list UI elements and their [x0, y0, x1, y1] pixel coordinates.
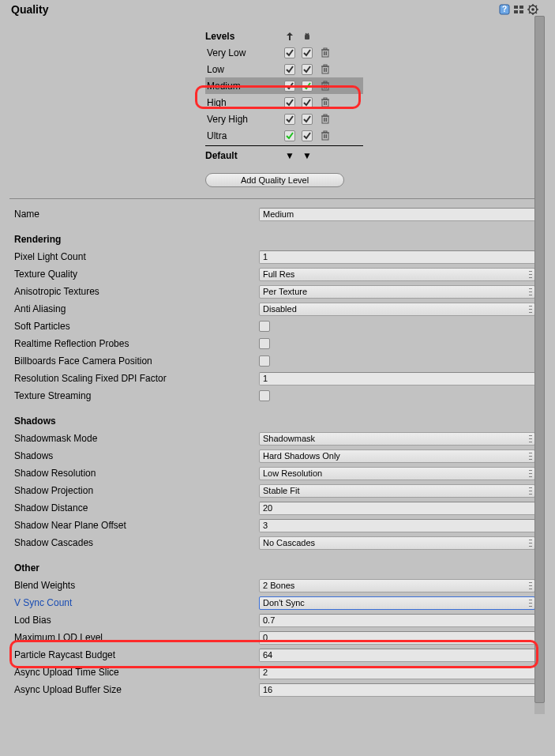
- shadow-projection-label: Shadow Projection: [14, 485, 259, 496]
- name-input[interactable]: Medium: [259, 208, 535, 221]
- levels-divider: [205, 145, 363, 146]
- svg-rect-27: [324, 65, 327, 66]
- texture-quality-dropdown[interactable]: Full Res: [259, 268, 535, 281]
- shadow-distance-input[interactable]: 20: [259, 502, 535, 515]
- raycast-budget-label: Particle Raycast Budget: [14, 649, 259, 660]
- delete-level-icon[interactable]: [319, 63, 332, 76]
- max-lod-input[interactable]: 0: [259, 631, 535, 645]
- name-label: Name: [14, 209, 259, 220]
- platform-android-checkbox[interactable]: [302, 64, 313, 75]
- res-scaling-label: Resolution Scaling Fixed DPI Factor: [14, 373, 259, 384]
- svg-line-15: [535, 6, 537, 7]
- anisotropic-label: Anisotropic Textures: [14, 286, 259, 297]
- soft-particles-checkbox[interactable]: [259, 321, 270, 332]
- shadows-dropdown[interactable]: Hard Shadows Only: [259, 449, 535, 463]
- max-lod-label: Maximum LOD Level: [14, 632, 259, 643]
- gear-icon[interactable]: [527, 4, 538, 15]
- shadow-projection-dropdown[interactable]: Stable Fit: [259, 484, 535, 498]
- shadow-cascades-label: Shadow Cascades: [14, 537, 259, 548]
- panel-header: Quality ?: [0, 0, 545, 21]
- tex-streaming-checkbox[interactable]: [259, 390, 270, 401]
- texture-quality-label: Texture Quality: [14, 269, 259, 280]
- lod-bias-input[interactable]: 0.7: [259, 614, 535, 627]
- upload-time-input[interactable]: 2: [259, 666, 535, 679]
- platform-android-checkbox[interactable]: [302, 130, 313, 141]
- svg-rect-51: [324, 131, 327, 133]
- default-dropdown-android[interactable]: ▼: [302, 150, 313, 161]
- quality-level-row[interactable]: Low: [205, 61, 363, 77]
- svg-rect-21: [324, 48, 327, 50]
- upload-buf-label: Async Upload Buffer Size: [14, 684, 259, 695]
- tex-streaming-label: Texture Streaming: [14, 390, 259, 401]
- delete-level-icon[interactable]: [319, 130, 332, 142]
- quality-level-name: Low: [205, 64, 284, 75]
- upload-time-label: Async Upload Time Slice: [14, 667, 259, 678]
- quality-level-row[interactable]: High: [205, 94, 363, 111]
- platform-standalone-checkbox[interactable]: [284, 97, 295, 108]
- add-quality-level-button[interactable]: Add Quality Level: [205, 173, 344, 187]
- quality-level-row[interactable]: Medium: [205, 77, 363, 94]
- vsync-dropdown[interactable]: Don't Sync: [259, 596, 535, 610]
- delete-level-icon[interactable]: [319, 47, 332, 59]
- delete-level-icon[interactable]: [319, 96, 332, 109]
- shadow-near-plane-label: Shadow Near Plane Offset: [14, 520, 259, 531]
- svg-line-12: [529, 6, 531, 7]
- platform-android-icon: [302, 32, 313, 41]
- svg-rect-39: [324, 98, 327, 100]
- platform-standalone-checkbox[interactable]: [284, 81, 295, 92]
- anti-aliasing-dropdown[interactable]: Disabled: [259, 303, 535, 316]
- default-dropdown-standalone[interactable]: ▼: [284, 150, 295, 161]
- svg-rect-16: [305, 35, 309, 39]
- levels-header-label: Levels: [205, 31, 284, 42]
- shadowmask-dropdown[interactable]: Shadowmask: [259, 432, 535, 446]
- delete-level-icon[interactable]: [319, 80, 332, 92]
- res-scaling-input[interactable]: 1: [259, 372, 535, 386]
- platform-android-checkbox[interactable]: [302, 47, 313, 58]
- help-icon[interactable]: ?: [499, 4, 510, 15]
- raycast-budget-input[interactable]: 64: [259, 649, 535, 662]
- blend-weights-dropdown[interactable]: 2 Bones: [259, 579, 535, 592]
- presets-icon[interactable]: [513, 4, 524, 15]
- svg-rect-33: [324, 81, 327, 83]
- page-title: Quality: [11, 3, 499, 16]
- shadow-resolution-label: Shadow Resolution: [14, 468, 259, 479]
- reflection-probes-label: Realtime Reflection Probes: [14, 338, 259, 349]
- billboards-checkbox[interactable]: [259, 355, 270, 367]
- quality-level-row[interactable]: Very Low: [205, 44, 363, 61]
- soft-particles-label: Soft Particles: [14, 321, 259, 332]
- platform-android-checkbox[interactable]: [302, 114, 313, 125]
- platform-android-checkbox[interactable]: [302, 97, 313, 108]
- shadow-cascades-dropdown[interactable]: No Cascades: [259, 536, 535, 550]
- platform-standalone-icon: [284, 32, 295, 41]
- platform-standalone-checkbox[interactable]: [284, 47, 295, 58]
- quality-level-row[interactable]: Ultra: [205, 127, 363, 144]
- lod-bias-label: Lod Bias: [14, 615, 259, 626]
- quality-level-row[interactable]: Very High: [205, 111, 363, 127]
- quality-level-name: Very High: [205, 114, 284, 125]
- upload-buf-input[interactable]: 16: [259, 683, 535, 697]
- anisotropic-dropdown[interactable]: Per Texture: [259, 285, 535, 299]
- pixel-light-count-input[interactable]: 1: [259, 250, 535, 264]
- section-shadows: Shadows: [14, 416, 535, 427]
- platform-android-checkbox[interactable]: [302, 81, 313, 92]
- platform-standalone-checkbox[interactable]: [284, 114, 295, 125]
- levels-header-row: Levels: [205, 28, 363, 44]
- quality-levels-table: Levels Very LowLowMediumHighVery HighUlt…: [205, 28, 363, 187]
- platform-standalone-checkbox[interactable]: [284, 64, 295, 75]
- billboards-label: Billboards Face Camera Position: [14, 355, 259, 367]
- shadow-near-plane-input[interactable]: 3: [259, 519, 535, 532]
- vertical-scrollbar[interactable]: [534, 16, 545, 714]
- svg-rect-45: [324, 115, 327, 116]
- quality-level-name: Ultra: [205, 130, 284, 141]
- platform-standalone-checkbox[interactable]: [284, 130, 295, 141]
- quality-level-name: High: [205, 97, 284, 108]
- shadowmask-label: Shadowmask Mode: [14, 433, 259, 444]
- delete-level-icon[interactable]: [319, 113, 332, 126]
- reflection-probes-checkbox[interactable]: [259, 338, 270, 349]
- shadow-resolution-dropdown[interactable]: Low Resolution: [259, 467, 535, 480]
- svg-line-14: [529, 12, 531, 13]
- row-name: Name Medium: [14, 205, 535, 223]
- scrollbar-thumb[interactable]: [534, 16, 545, 703]
- section-divider: [9, 198, 535, 199]
- default-row: Default ▼ ▼: [205, 148, 363, 164]
